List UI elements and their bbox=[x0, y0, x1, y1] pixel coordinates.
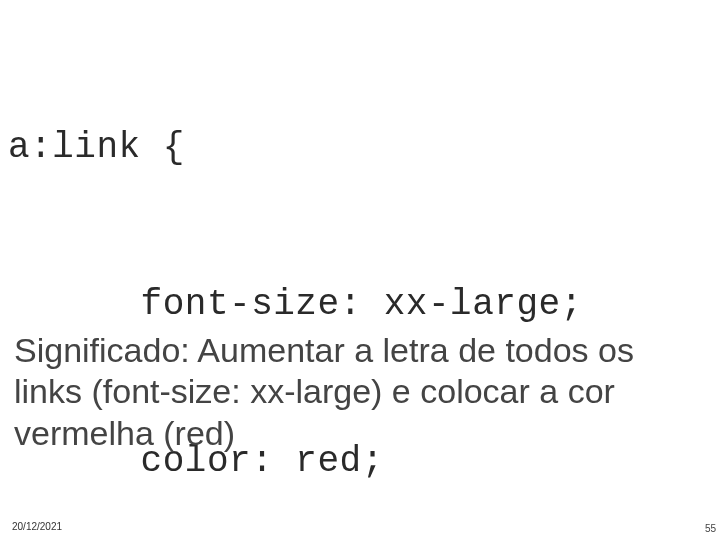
slide: a:link { font-size: xx-large; color: red… bbox=[0, 0, 720, 540]
description-text: Significado: Aumentar a letra de todos o… bbox=[14, 330, 706, 454]
code-line-selector: a:link { bbox=[8, 122, 583, 174]
code-line-fontsize: font-size: xx-large; bbox=[8, 279, 583, 331]
footer-page-number: 55 bbox=[705, 523, 716, 534]
css-code-block: a:link { font-size: xx-large; color: red… bbox=[8, 18, 583, 540]
footer-date: 20/12/2021 bbox=[12, 521, 62, 532]
